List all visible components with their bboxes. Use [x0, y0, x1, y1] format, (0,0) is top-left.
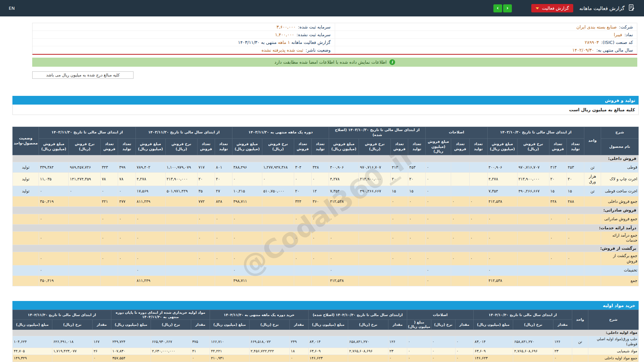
- col-group-header: از ابتدای سال مالی تا تاریخ ۱۴۰۲/۱۱/۳۰: [12, 310, 111, 320]
- value-cell: ۰: [391, 252, 408, 265]
- value-cell: ۲۰: [391, 173, 408, 186]
- prev-report-button[interactable]: ‹: [503, 4, 512, 12]
- value-cell: ۰: [69, 186, 101, 196]
- value-cell: ۰: [567, 252, 584, 265]
- value-cell: [69, 252, 101, 265]
- value-cell: ۰: [407, 355, 431, 362]
- value-cell: ۴۴۸: [549, 196, 567, 207]
- value-cell: [451, 186, 469, 196]
- value-cell: [118, 265, 136, 276]
- company-info-right-column: شرکت: صنایع بسته بندی ایران نماد: فیبرا …: [335, 23, 637, 54]
- value-cell: [469, 162, 487, 173]
- language-toggle-link[interactable]: EN: [9, 6, 15, 11]
- value-cell: ۱۲۶: [388, 336, 407, 348]
- col-sub-header: تعداد فروش: [294, 138, 312, 155]
- value-cell: [294, 276, 312, 286]
- value-cell: ۹۸۹,۴۵۷,۷۲۶: [69, 162, 101, 173]
- production-sales-table: شرحواحداز ابتدای سال مالی تا تاریخ ۱۴۰۳/…: [12, 127, 639, 286]
- value-cell: ۴۵۳: [408, 162, 426, 173]
- value-cell: [69, 276, 101, 286]
- product-name-cell: حلب ورق(مواد اولیه اصلي قوطي): [588, 336, 639, 348]
- col-sub-header: مبلغ فروش (میلیون ریال): [39, 138, 69, 155]
- value-cell: [469, 276, 487, 286]
- value-cell: ۳۵۷,۵۵۴: [111, 355, 151, 362]
- value-cell: ۴۰۰,۹۰۶: [329, 162, 359, 173]
- value-cell: [165, 196, 197, 207]
- value-cell: [69, 265, 101, 276]
- value-cell: ۰: [312, 252, 329, 265]
- next-report-button[interactable]: ›: [493, 4, 502, 12]
- value-cell: ۵۰۱,۹۷۱,۴۲۹: [165, 186, 197, 196]
- value-cell: ۰: [136, 231, 165, 245]
- unit-cell: [584, 265, 601, 276]
- value-cell: ۰: [426, 162, 451, 173]
- value-cell: [101, 276, 118, 286]
- value-cell: ۴۱: [191, 348, 210, 355]
- status-cell: [13, 252, 39, 265]
- value-cell: ۱۸: [289, 348, 308, 355]
- value-cell: ۰: [487, 214, 517, 224]
- col-sub-header: مقدار: [455, 320, 473, 329]
- value-cell: ۰: [408, 214, 426, 224]
- value-cell: ۰: [92, 355, 111, 362]
- status-cell: [13, 276, 39, 286]
- value-cell: ۰: [553, 355, 572, 362]
- value-cell: ۲۱۳,۹۰۰,۰۰۰: [359, 173, 391, 186]
- value-cell: ۰: [549, 214, 567, 224]
- product-name-cell: جمع فروش داخلی: [601, 196, 638, 207]
- chevron-left-icon: ‹: [506, 6, 508, 11]
- value-cell: ۳۴۳: [101, 162, 118, 173]
- notice-text: اطلاعات نمایش داده شده با اطلاعات امضا ش…: [274, 60, 386, 65]
- value-cell: [101, 265, 118, 276]
- value-cell: ۲۶: [92, 348, 111, 355]
- value-cell: ۹۷۰,۷۱۶,۷۰۷: [517, 162, 549, 173]
- col-header-name: شرح: [588, 310, 639, 330]
- value-cell: ۰: [329, 214, 359, 224]
- value-cell: ۷۸: [101, 173, 118, 186]
- value-cell: ۰: [101, 214, 118, 224]
- info-value: ثبت شده پذیرفته نشده: [262, 48, 303, 53]
- value-cell: ۸۰۱: [215, 162, 232, 173]
- value-cell: ۲۴۹,۷۲۴: [111, 336, 151, 348]
- value-cell: ۲۳: [388, 348, 407, 355]
- col-sub-header: مبلغ فروش (میلیون ریال): [487, 138, 517, 155]
- amounts-unit-note: کلیه مبالغ به میلیون ریال است: [12, 105, 639, 115]
- value-cell: ۰: [262, 173, 294, 186]
- value-cell: [69, 214, 101, 224]
- value-cell: [312, 276, 329, 286]
- value-cell: ۸۳,۰۱۴: [473, 336, 513, 348]
- value-cell: ۰: [39, 186, 69, 196]
- value-cell: [215, 276, 232, 286]
- status-cell: [13, 214, 39, 224]
- activity-report-dropdown-button[interactable]: گزارش فعالیت: [531, 4, 573, 12]
- unit-cell: [572, 355, 588, 362]
- info-value: صنایع بسته بندی ایران: [577, 24, 617, 29]
- section-row: فروش صادراتی:: [13, 207, 639, 214]
- product-name-cell: مواد شیمیایی: [588, 348, 639, 355]
- value-cell: ۴۷۷: [118, 196, 136, 207]
- value-cell: [165, 214, 197, 224]
- product-name-cell: جمع برگشت از فروش: [601, 252, 638, 265]
- value-cell: ۲۷: [215, 186, 232, 196]
- value-cell: ۰: [426, 231, 451, 245]
- value-cell: ۴۰۰,۹۰۶: [487, 162, 517, 173]
- value-cell: [359, 252, 391, 265]
- section-row: برگشت از فروش:: [13, 245, 639, 252]
- col-sub-header: مبلغ فروش (میلیون ریال): [426, 138, 451, 155]
- col-group-header: مواد اولیه خریداری شده از ابتدای دوره تا…: [111, 310, 210, 320]
- value-cell: ۴۱۳: [549, 162, 567, 173]
- col-sub-header: نرخ (ریال): [513, 320, 553, 329]
- unit-cell: [584, 231, 601, 245]
- col-sub-header: مبلغ (میلیون ریال): [12, 320, 52, 329]
- info-row: گزارش فعالیت ماهانه ۱ ماهه منتهی به ۱۴۰۳…: [33, 39, 335, 46]
- value-cell: ۰: [39, 231, 69, 245]
- value-cell: ۳۵۰,۴۱۹: [39, 276, 69, 286]
- value-cell: ۲۳: [553, 348, 572, 355]
- col-sub-header: تعداد تولید: [567, 138, 584, 155]
- value-cell: ۱۵: [567, 186, 584, 196]
- value-cell: ۴۹۰,۲۶۶,۶۶۷: [359, 186, 391, 196]
- value-cell: [517, 231, 549, 245]
- value-cell: ۱۴۶,۶۲۳: [473, 355, 513, 362]
- value-cell: ۴۴,۷۰۵: [12, 348, 52, 355]
- value-cell: ۷۸۹,۴۰۲: [136, 162, 165, 173]
